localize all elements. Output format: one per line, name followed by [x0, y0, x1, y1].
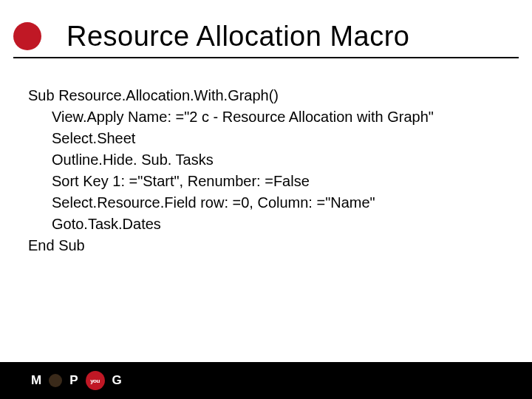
footer-bar: M P you G	[0, 362, 532, 399]
code-line-sort: Sort Key 1: ="Start", Renumber: =False	[28, 171, 504, 192]
slide-title: Resource Allocation Macro	[0, 21, 532, 52]
code-line-goto: Goto.Task.Dates	[28, 214, 504, 235]
mpug-logo: M P you G	[31, 371, 122, 390]
logo-letter-m: M	[31, 373, 41, 388]
code-line-outline: Outline.Hide. Sub. Tasks	[28, 149, 504, 171]
code-line-endsub: End Sub	[28, 235, 504, 256]
code-block: Sub Resource.Allocation.With.Graph() Vie…	[0, 64, 532, 256]
code-line-selectresource: Select.Resource.Field row: =0, Column: =…	[28, 192, 504, 214]
code-line-viewapply: View.Apply Name: ="2 c - Resource Alloca…	[28, 106, 504, 128]
logo-badge-icon: you	[86, 371, 105, 390]
logo-badge-text: you	[90, 378, 100, 384]
code-line-sub: Sub Resource.Allocation.With.Graph()	[28, 85, 504, 106]
title-underline	[13, 57, 519, 58]
logo-dot-icon	[49, 374, 62, 387]
code-line-selectsheet: Select.Sheet	[28, 128, 504, 149]
slide-header: Resource Allocation Macro	[0, 0, 532, 64]
bullet-dot-icon	[13, 22, 41, 50]
logo-letter-g: G	[112, 373, 122, 388]
logo-letter-p: P	[69, 373, 78, 388]
